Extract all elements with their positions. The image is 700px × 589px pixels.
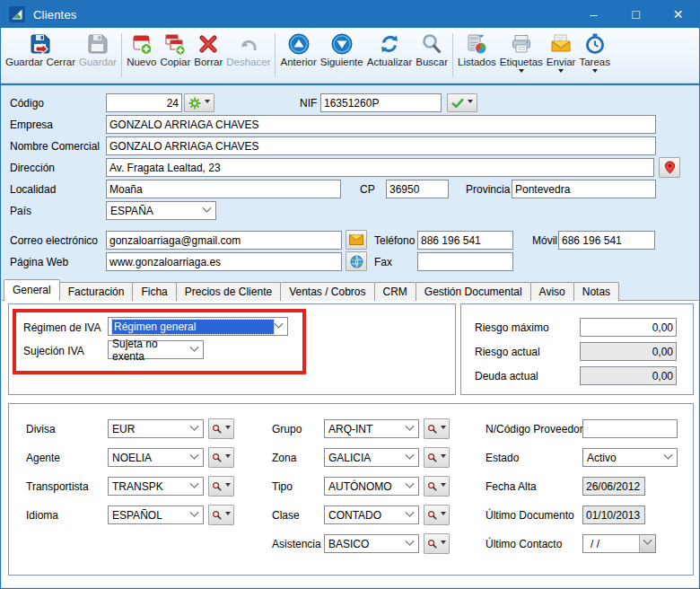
estado-select[interactable]: Activo [582,448,678,467]
tab-aviso[interactable]: Aviso [530,282,574,301]
toolbar-button-buscar[interactable]: Buscar [414,31,450,83]
toolbar-button-siguiente[interactable]: Siguiente [319,31,365,83]
map-location-button[interactable] [659,157,680,178]
chevron-down-icon [190,343,199,352]
toolbar-button-etiquetas[interactable]: Etiquetas [498,31,545,83]
nombre-comercial-label: Nombre Comercial [10,140,100,153]
enviar-dropdown-arrow-icon[interactable] [558,69,564,75]
zona-lookup-button[interactable] [424,447,450,468]
ultimo-contacto-date-select[interactable]: / / [582,534,656,553]
dropdown-arrow-icon [225,512,231,518]
tab-general[interactable]: General [4,279,60,301]
codigo-actions-button[interactable] [184,93,214,112]
estado-label: Estado [486,452,519,464]
nif-input[interactable] [320,93,442,112]
clase-label: Clase [272,509,300,522]
localidad-label: Localidad [10,183,56,196]
save-icon [86,32,109,56]
tipo-select[interactable]: AUTÓNOMO [324,477,419,496]
tab-precios-de-cliente[interactable]: Precios de Cliente [176,282,281,301]
empresa-input[interactable] [106,115,656,134]
printer-icon [510,32,533,56]
toolbar-button-listados[interactable]: Listados [456,31,498,83]
tab-ficha[interactable]: Ficha [132,282,176,301]
sujecion-iva-select[interactable]: Sujeta no exenta [108,340,204,359]
send-email-button[interactable] [346,230,367,250]
riesgo-maximo-input[interactable] [580,318,677,337]
tipo-lookup-button[interactable] [424,476,450,497]
toolbar-button-guardar-cerrar[interactable]: Guardar Cerrar [4,31,77,83]
codigo-input[interactable] [106,93,182,112]
maximize-button[interactable]: □ [615,1,657,28]
tareas-dropdown-arrow-icon[interactable] [592,69,598,75]
tab-notas[interactable]: Notas [573,282,619,301]
localidad-input[interactable] [106,180,341,198]
agente-select[interactable]: NOELIA [108,448,204,467]
regimen-iva-select[interactable]: Régimen general [108,317,288,336]
dropdown-arrow-icon [225,454,231,461]
asistencia-select[interactable]: BASICO [324,534,419,553]
dropdown-arrow-icon [441,512,446,518]
dropdown-arrow-icon [225,426,231,432]
provincia-input[interactable] [512,180,656,198]
divisa-select[interactable]: EUR [108,419,204,438]
nif-validate-button[interactable] [447,93,477,112]
grupo-lookup-button[interactable] [424,418,450,439]
direccion-input[interactable] [106,158,654,177]
tab-ventas-cobros[interactable]: Ventas / Cobros [280,282,374,301]
telefono-input[interactable] [417,231,513,250]
tab-crm[interactable]: CRM [374,282,416,301]
globe-icon [350,255,363,268]
close-button[interactable]: ✕ [657,1,699,28]
toolbar-separator [121,33,122,77]
checkmark-icon [451,98,464,109]
pais-label: País [10,205,31,217]
correo-input[interactable] [106,231,342,250]
zona-select[interactable]: GALICIA [324,448,419,467]
asistencia-lookup-button[interactable] [424,533,450,554]
window-title: Clientes [33,8,77,22]
riesgo-maximo-label: Riesgo máximo [475,321,549,334]
toolbar-button-copiar[interactable]: Copiar [158,31,192,83]
dropdown-arrow-icon [441,454,446,461]
toolbar-button-enviar[interactable]: Enviar [545,31,578,83]
toolbar-button-anterior[interactable]: Anterior [278,31,318,83]
ultimo-contacto-dropdown-button[interactable] [639,535,655,552]
clase-lookup-button[interactable] [424,505,450,525]
pais-select[interactable]: ESPAÑA [106,201,216,220]
toolbar-button-nuevo[interactable]: Nuevo [125,31,158,83]
tipo-label: Tipo [272,480,293,493]
transportista-select[interactable]: TRANSPK [108,477,204,496]
toolbar-button-tareas[interactable]: Tareas [577,31,612,83]
divisa-lookup-button[interactable] [208,418,234,439]
pagina-web-input[interactable] [106,252,342,271]
envelope-icon [349,234,363,245]
etiquetas-dropdown-arrow-icon[interactable] [519,69,524,75]
grupo-select[interactable]: ARQ-INT [324,419,419,438]
magnifier-icon [427,510,437,520]
idioma-select[interactable]: ESPAÑOL [108,505,204,524]
idioma-lookup-button[interactable] [208,505,234,525]
agente-label: Agente [26,452,60,464]
magnifier-icon [212,510,222,520]
tab-gestion-documental[interactable]: Gestión Documental [416,282,531,301]
clase-select[interactable]: CONTADO [324,505,419,524]
sujecion-iva-label: Sujeción IVA [23,345,84,357]
magnifier-icon [427,539,437,549]
movil-input[interactable] [558,231,655,250]
toolbar-button-borrar[interactable]: Borrar [192,31,224,83]
transportista-label: Transportista [26,480,89,493]
fax-input[interactable] [417,252,513,271]
agente-lookup-button[interactable] [208,447,234,468]
open-website-button[interactable] [346,251,367,271]
nombre-comercial-input[interactable] [106,136,656,155]
transportista-lookup-button[interactable] [208,476,234,497]
toolbar-button-actualizar[interactable]: Actualizar [365,31,415,83]
undo-icon [237,32,260,56]
minimize-button[interactable]: – [573,1,615,28]
direccion-label: Dirección [10,162,55,174]
tab-facturacion[interactable]: Facturación [59,282,134,301]
magnifier-icon [212,481,222,491]
cp-input[interactable] [386,180,449,198]
codigo-proveedor-input[interactable] [582,419,678,438]
